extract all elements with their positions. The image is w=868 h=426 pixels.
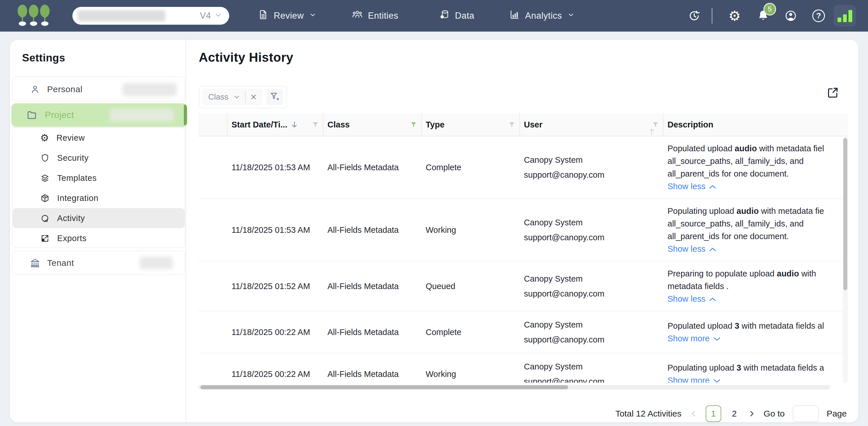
column-header-description[interactable]: Description bbox=[663, 113, 848, 136]
row-class: All-Fields Metadata bbox=[323, 163, 422, 172]
column-header-user[interactable]: User bbox=[520, 113, 663, 136]
sidebar-item-project[interactable]: Project bbox=[11, 103, 187, 127]
sidebar-item-label: Activity bbox=[57, 214, 85, 223]
table-row[interactable]: 11/18/2025 01:53 AM All-Fields Metadata … bbox=[198, 136, 848, 199]
history-clock-icon[interactable] bbox=[688, 0, 700, 32]
column-label: Description bbox=[668, 120, 713, 129]
column-header-class[interactable]: Class bbox=[323, 113, 422, 136]
sort-ascending-icon[interactable] bbox=[641, 120, 649, 129]
nav-review-label: Review bbox=[274, 11, 304, 21]
column-header-type[interactable]: Type bbox=[422, 113, 520, 136]
chevron-up-icon bbox=[709, 293, 716, 305]
app-launcher-icon[interactable] bbox=[834, 5, 856, 27]
clear-filters-button[interactable] bbox=[266, 89, 283, 105]
sidebar-item-activity[interactable]: Activity bbox=[13, 208, 185, 228]
description-line: all_parent_ids for one document. bbox=[668, 230, 839, 242]
class-filter-chip[interactable]: Class ✕ bbox=[203, 89, 262, 105]
layers-icon bbox=[40, 173, 50, 183]
export-activities-button[interactable] bbox=[826, 86, 839, 100]
table-row[interactable]: 11/18/2025 01:52 AM All-Fields Metadata … bbox=[198, 262, 848, 312]
row-description: Populated upload audio with metadata fie… bbox=[663, 142, 843, 193]
project-search-box[interactable]: V4 bbox=[72, 7, 229, 25]
chevron-down-icon[interactable] bbox=[233, 93, 240, 101]
description-line: metadata fields . bbox=[668, 280, 839, 293]
row-type: Working bbox=[422, 369, 520, 379]
sidebar-item-security[interactable]: Security bbox=[13, 148, 185, 168]
nav-entities-label: Entities bbox=[368, 11, 398, 21]
filter-bar: Class ✕ bbox=[199, 86, 287, 108]
sidebar-item-tenant[interactable]: Tenant bbox=[13, 251, 185, 274]
canopy-logo[interactable] bbox=[17, 0, 51, 32]
sidebar-item-personal[interactable]: Personal bbox=[13, 77, 185, 101]
package-icon bbox=[40, 194, 50, 203]
sidebar-title: Settings bbox=[22, 52, 65, 64]
export-icon bbox=[40, 234, 50, 243]
vertical-scrollbar-thumb[interactable] bbox=[843, 138, 847, 290]
chevron-down-icon[interactable] bbox=[214, 11, 222, 21]
page-button-2[interactable]: 2 bbox=[729, 409, 740, 419]
row-type: Working bbox=[422, 225, 520, 235]
show-less-link[interactable]: Show less bbox=[668, 180, 839, 193]
chevron-up-icon bbox=[709, 180, 716, 193]
user-name: Canopy System bbox=[524, 215, 659, 230]
redacted-project-name bbox=[78, 10, 165, 22]
sidebar-item-integration[interactable]: Integration bbox=[13, 188, 185, 208]
sort-descending-icon[interactable] bbox=[290, 120, 299, 129]
chevron-up-icon bbox=[709, 242, 716, 255]
row-description: Populating upload 3 with metadata fields… bbox=[663, 361, 843, 383]
horizontal-scrollbar-thumb[interactable] bbox=[200, 385, 568, 389]
close-icon[interactable]: ✕ bbox=[250, 92, 257, 102]
version-label: V4 bbox=[200, 11, 211, 21]
vertical-scrollbar[interactable] bbox=[843, 136, 848, 383]
show-more-link[interactable]: Show more bbox=[668, 332, 839, 345]
user-email: support@canopy.com bbox=[524, 286, 659, 301]
nav-data[interactable]: Data bbox=[439, 0, 474, 32]
table-row[interactable]: 11/18/2025 00:22 AM All-Fields Metadata … bbox=[198, 353, 848, 383]
row-user: Canopy System support@canopy.com bbox=[520, 359, 663, 383]
row-user: Canopy System support@canopy.com bbox=[520, 317, 663, 347]
help-icon[interactable]: ? bbox=[812, 0, 825, 32]
table-row[interactable]: 11/18/2025 01:53 AM All-Fields Metadata … bbox=[198, 199, 848, 262]
description-line: all_parent_ids for one document. bbox=[668, 167, 839, 180]
filter-field-label[interactable]: Class bbox=[208, 92, 228, 102]
nav-review[interactable]: Review bbox=[258, 0, 316, 32]
sidebar-item-review[interactable]: ⚙ Review bbox=[13, 128, 185, 148]
chevron-down-icon bbox=[309, 11, 316, 21]
row-start-date: 11/18/2025 00:22 AM bbox=[227, 369, 323, 379]
gear-icon[interactable]: ⚙ bbox=[728, 0, 741, 32]
filter-funnel-icon[interactable] bbox=[312, 121, 319, 128]
filter-funnel-icon-active[interactable] bbox=[410, 121, 417, 128]
redacted-text bbox=[122, 83, 177, 96]
user-avatar-icon[interactable] bbox=[785, 0, 797, 32]
column-label: User bbox=[524, 120, 542, 129]
sidebar-item-label: Security bbox=[57, 153, 89, 163]
column-header-start-date[interactable]: Start Date/Ti... bbox=[227, 113, 323, 136]
nav-analytics[interactable]: Analytics bbox=[509, 0, 575, 32]
show-less-link[interactable]: Show less bbox=[668, 242, 839, 255]
settings-sidebar: Settings Personal Project bbox=[10, 40, 186, 422]
row-type: Complete bbox=[422, 163, 520, 172]
next-page-icon[interactable] bbox=[748, 409, 756, 418]
page-button-1[interactable]: 1 bbox=[706, 405, 721, 422]
nav-entities[interactable]: Entities bbox=[352, 0, 398, 32]
user-email: support@canopy.com bbox=[524, 167, 659, 182]
show-less-link[interactable]: Show less bbox=[668, 293, 839, 305]
notifications-bell-icon[interactable]: 5 bbox=[757, 0, 769, 32]
redacted-text bbox=[140, 257, 173, 269]
sidebar-item-templates[interactable]: Templates bbox=[13, 168, 185, 188]
share-export-icon bbox=[826, 95, 839, 100]
table-row[interactable]: 11/18/2025 00:22 AM All-Fields Metadata … bbox=[198, 312, 848, 353]
description-line: Populating upload 3 with metadata fields… bbox=[668, 361, 839, 374]
sidebar-item-label: Exports bbox=[57, 234, 87, 243]
show-more-link[interactable]: Show more bbox=[668, 374, 839, 383]
previous-page-icon[interactable] bbox=[690, 409, 698, 418]
column-label: Start Date/Ti... bbox=[231, 120, 287, 129]
table-body: 11/18/2025 01:53 AM All-Fields Metadata … bbox=[198, 136, 848, 383]
notification-count-badge: 5 bbox=[764, 3, 776, 15]
row-start-date: 11/18/2025 01:53 AM bbox=[227, 163, 323, 172]
filter-funnel-icon[interactable] bbox=[508, 121, 515, 128]
page-label: Page bbox=[827, 409, 847, 419]
goto-page-input[interactable] bbox=[793, 405, 818, 422]
sidebar-item-exports[interactable]: Exports bbox=[13, 228, 185, 248]
horizontal-scrollbar[interactable] bbox=[198, 385, 830, 390]
